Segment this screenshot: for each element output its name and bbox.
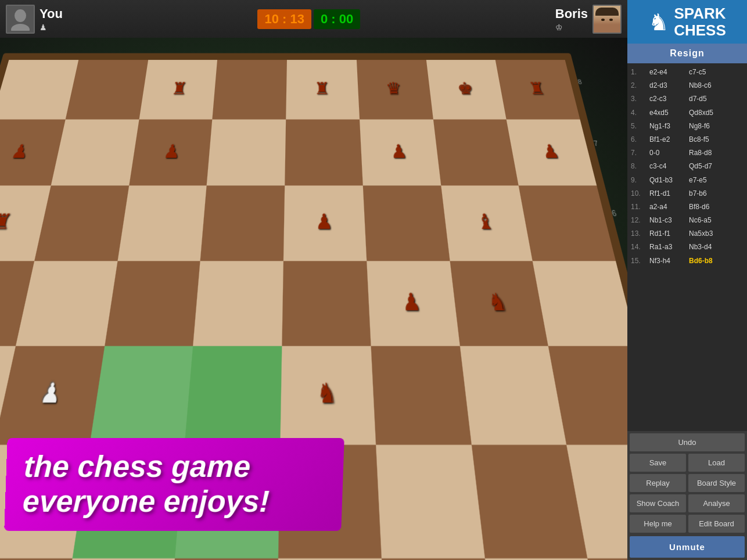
move-white: e2-e4 — [649, 67, 689, 78]
chess-piece: ♟ — [129, 119, 213, 185]
board-cell[interactable] — [459, 346, 566, 444]
board-cell[interactable] — [533, 261, 627, 346]
board-cell[interactable] — [433, 119, 519, 185]
move-white: Rf1-d1 — [649, 188, 689, 199]
move-white: Ng1-f3 — [649, 121, 689, 132]
move-row: 5.Ng1-f3Ng8-f6 — [631, 120, 744, 133]
chess-piece: ♛ — [357, 60, 433, 119]
board-cell[interactable]: ♜ — [139, 60, 217, 119]
board-cell[interactable] — [376, 444, 484, 558]
save-button[interactable]: Save — [630, 454, 686, 472]
move-row: 3.c2-c3d7-d5 — [631, 92, 744, 106]
board-cell[interactable] — [362, 185, 449, 260]
board-cell[interactable]: ♜ — [495, 60, 580, 119]
board-cell[interactable] — [16, 261, 117, 346]
board-cell[interactable]: ♛ — [357, 60, 433, 119]
chess-piece: ♟ — [0, 346, 105, 444]
boris-avatar — [592, 5, 622, 34]
rank-label: 6 — [610, 209, 617, 217]
board-cell[interactable]: ♟ — [360, 119, 441, 185]
move-white: Ra1-a3 — [649, 242, 689, 253]
move-row: 10.Rf1-d1b7-b6 — [631, 187, 744, 200]
board-cell[interactable] — [51, 119, 139, 185]
move-number: 2. — [631, 80, 649, 91]
undo-button[interactable]: Undo — [630, 433, 745, 451]
move-row: 6.Bf1-e2Bc8-f5 — [631, 133, 744, 146]
board-cell[interactable] — [66, 60, 148, 119]
move-black: Bf8-d6 — [689, 202, 744, 213]
chess-piece: ♞ — [450, 261, 548, 346]
move-row: 9.Qd1-b3e7-e5 — [631, 174, 744, 187]
board-cell[interactable]: ♜ — [286, 60, 360, 119]
move-row: 4.e4xd5Qd8xd5 — [631, 106, 744, 120]
move-black: b7-b6 — [689, 188, 744, 199]
move-number: 6. — [631, 134, 649, 145]
board-cell[interactable]: ♟ — [283, 185, 367, 260]
board-cell[interactable] — [105, 261, 200, 346]
unmute-button[interactable]: Unmute — [630, 536, 745, 558]
player-you-details: You ♟ — [39, 6, 63, 32]
move-black: Qd5-d7 — [689, 161, 744, 172]
help-me-button[interactable]: Help me — [630, 515, 686, 533]
board-cell[interactable] — [282, 261, 371, 346]
edit-board-button[interactable]: Edit Board — [688, 515, 745, 533]
svg-point-1 — [11, 24, 30, 31]
board-cell[interactable]: ♟ — [0, 346, 105, 444]
board-cell[interactable]: ♞ — [450, 261, 548, 346]
move-number: 13. — [631, 228, 649, 239]
move-black: Nb8-c6 — [689, 80, 744, 91]
rank-label: 8 — [577, 78, 583, 85]
player-boris-info: Boris ♔ — [555, 5, 622, 34]
replay-button[interactable]: Replay — [630, 474, 686, 492]
show-coach-button[interactable]: Show Coach — [630, 494, 686, 512]
move-white: Rd1-f1 — [649, 228, 689, 239]
you-name: You — [39, 6, 63, 21]
board-cell[interactable] — [207, 119, 286, 185]
board-cell[interactable] — [34, 185, 129, 260]
promo-text: the chess game everyone enjoys! — [22, 450, 326, 519]
bottom-buttons: Undo Save Load Replay Board Style Show C… — [627, 431, 747, 560]
player-boris-details: Boris ♔ — [555, 6, 588, 32]
board-cell[interactable] — [185, 346, 282, 444]
move-number: 15. — [631, 256, 649, 267]
promo-banner: the chess game everyone enjoys! — [4, 438, 344, 531]
move-number: 1. — [631, 67, 649, 78]
analyse-button[interactable]: Analyse — [688, 494, 745, 512]
move-black: Nc6-a5 — [689, 215, 744, 226]
board-cell[interactable] — [89, 346, 193, 444]
move-black: Bc8-f5 — [689, 134, 744, 145]
board-cell[interactable] — [371, 346, 471, 444]
load-button[interactable]: Load — [688, 454, 745, 472]
board-cell[interactable] — [519, 185, 616, 260]
move-number: 5. — [631, 121, 649, 132]
move-white: c3-c4 — [649, 161, 689, 172]
move-white: 0-0 — [649, 148, 689, 159]
chess-piece: ♟ — [507, 119, 597, 185]
board-cell[interactable] — [285, 119, 362, 185]
move-black: Bd6-b8 — [689, 256, 744, 267]
board-cell[interactable] — [193, 261, 283, 346]
move-black: Na5xb3 — [689, 228, 744, 239]
resign-button[interactable]: Resign — [627, 44, 747, 63]
boris-icon: ♔ — [555, 23, 588, 32]
board-cell[interactable]: ♟ — [129, 119, 213, 185]
chess-piece: ♝ — [441, 185, 533, 260]
svg-point-0 — [15, 9, 26, 22]
board-cell[interactable]: ♟ — [507, 119, 597, 185]
board-cell[interactable]: ♚ — [426, 60, 507, 119]
move-number: 7. — [631, 148, 649, 159]
board-cell[interactable]: ♝ — [441, 185, 533, 260]
board-cell[interactable]: ♞ — [280, 346, 375, 444]
spark-title-line1: SPARK — [674, 5, 726, 22]
board-cell[interactable] — [117, 185, 207, 260]
move-black: Nb3-d4 — [689, 242, 744, 253]
move-white: a2-a4 — [649, 202, 689, 213]
move-number: 3. — [631, 94, 649, 105]
board-cell[interactable]: ♟ — [367, 261, 459, 346]
board-cell[interactable] — [213, 60, 287, 119]
player-you-info: You ♟ — [6, 5, 63, 34]
moves-list: 1.e2-e4c7-c52.d2-d3Nb8-c63.c2-c3d7-d54.e… — [627, 63, 747, 431]
move-number: 9. — [631, 175, 649, 186]
board-style-button[interactable]: Board Style — [688, 474, 745, 492]
board-cell[interactable] — [200, 185, 285, 260]
